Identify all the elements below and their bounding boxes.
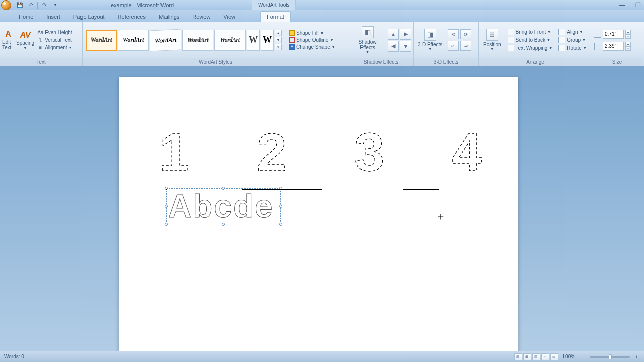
group-text: A Edit Text AV Spacing ▼ Aa Even Height … <box>0 22 83 66</box>
height-icon <box>594 31 601 38</box>
shape-outline-button[interactable]: Shape Outline ▼ <box>288 37 337 43</box>
zoom-out[interactable]: − <box>579 354 585 360</box>
group-label-arrange: Arrange <box>479 58 592 66</box>
tab-page-layout[interactable]: Page Layout <box>67 11 111 22</box>
office-button[interactable] <box>1 0 11 10</box>
zoom-in[interactable]: + <box>634 354 640 360</box>
edit-text-icon: A <box>5 30 11 39</box>
width-spin-up[interactable]: ▲ <box>625 42 631 46</box>
group-wordart-styles: WordArt WordArt WordArt WordArt WordArt … <box>83 22 349 66</box>
minimize-button[interactable]: — <box>619 2 625 9</box>
shadow-nudge-left[interactable]: ◀ <box>388 41 399 52</box>
contextual-tab-group: WordArt Tools <box>252 0 296 10</box>
position-button[interactable]: ⊞ Position ▼ <box>481 28 503 52</box>
gallery-scroll-down[interactable]: ▼ <box>275 37 282 43</box>
bring-to-front-button[interactable]: Bring to Front ▼ <box>506 28 554 36</box>
shape-outline-label: Shape Outline <box>296 37 328 43</box>
shape-fill-icon <box>289 30 295 36</box>
maximize-button[interactable]: ❐ <box>635 2 641 9</box>
height-spin-up[interactable]: ▲ <box>625 30 631 34</box>
shape-fill-button[interactable]: Shape Fill ▼ <box>288 30 337 36</box>
width-input[interactable] <box>603 42 624 51</box>
even-height-toggle[interactable]: Aa Even Height <box>36 29 73 36</box>
shadow-nudge-right[interactable]: ▶ <box>400 29 411 40</box>
zoom-slider[interactable] <box>590 356 630 358</box>
tab-references[interactable]: References <box>111 11 152 22</box>
3d-tilt-right[interactable]: ⟳ <box>460 29 471 39</box>
text-wrapping-button[interactable]: Text Wrapping ▼ <box>506 44 554 52</box>
width-spin-down[interactable]: ▼ <box>625 46 631 51</box>
3d-tilt-up[interactable]: ⟲ <box>448 29 459 39</box>
window-title: example - Microsoft Word <box>111 2 174 8</box>
gallery-more[interactable]: ▾ <box>275 44 282 50</box>
group-label-wordart-styles: WordArt Styles <box>83 58 349 66</box>
send-to-back-button[interactable]: Send to Back ▼ <box>506 36 554 44</box>
width-icon <box>594 43 601 50</box>
gallery-scroll-up[interactable]: ▲ <box>275 30 282 36</box>
group-icon <box>558 37 565 43</box>
tab-format[interactable]: Format <box>260 11 291 22</box>
ribbon-tabs: Home Insert Page Layout References Maili… <box>0 10 644 22</box>
change-shape-button[interactable]: A Change Shape ▼ <box>288 44 337 50</box>
spacing-label: Spacing <box>16 40 34 46</box>
tab-home[interactable]: Home <box>12 11 40 22</box>
3d-tilt-down[interactable]: ⤻ <box>460 41 471 51</box>
wordart-style-2[interactable]: WordArt <box>118 30 149 51</box>
group-label-size: Size <box>592 58 642 66</box>
zoom-level[interactable]: 100% <box>562 354 576 359</box>
even-height-label: Even Height <box>45 30 72 35</box>
wordart-style-3[interactable]: WordArt <box>150 29 181 51</box>
group-button[interactable]: Group ▼ <box>557 36 588 44</box>
group-shadow-effects: ◧ Shadow Effects ▼ ▲ ▶ ◀ ▼ Shadow Effect… <box>349 22 414 66</box>
wordart-style-1[interactable]: WordArt <box>86 30 117 51</box>
view-web-layout[interactable]: ▥ <box>532 353 540 360</box>
align-icon <box>558 29 565 35</box>
wordart-numbers[interactable]: 1 2 3 4 5 <box>159 116 521 186</box>
align-button[interactable]: Align ▼ <box>557 28 588 36</box>
tab-view[interactable]: View <box>217 11 242 22</box>
tab-mailings[interactable]: Mailings <box>152 11 186 22</box>
redo-icon[interactable]: ↷ <box>40 1 49 9</box>
shadow-nudge-down[interactable]: ▼ <box>400 41 411 52</box>
qat-customize-icon[interactable]: ▼ <box>51 1 60 9</box>
document-area: 1 2 3 4 5 Abcde ＋ <box>0 66 644 351</box>
height-input[interactable] <box>603 30 624 39</box>
view-draft[interactable]: ▭ <box>550 353 558 360</box>
spacing-button[interactable]: AV Spacing ▼ <box>16 31 34 50</box>
3d-tilt-left[interactable]: ⤺ <box>448 41 459 51</box>
wordart-style-gallery: WordArt WordArt WordArt WordArt WordArt … <box>85 30 283 51</box>
rotate-icon <box>558 45 565 51</box>
page[interactable]: 1 2 3 4 5 Abcde ＋ <box>119 77 518 351</box>
shadow-effects-button[interactable]: ◧ Shadow Effects ▼ <box>351 25 384 55</box>
view-print-layout[interactable]: ▤ <box>514 353 522 360</box>
undo-icon[interactable]: ↶ <box>26 1 35 9</box>
wordart-style-4[interactable]: WordArt <box>182 30 213 51</box>
group-3d-effects: ◨ 3-D Effects ▼ ⟲ ⟳ ⤺ ⤻ 3-D Effects <box>414 22 479 66</box>
change-shape-label: Change Shape <box>296 44 330 50</box>
view-full-screen[interactable]: ▦ <box>523 353 531 360</box>
edit-text-button[interactable]: A Edit Text <box>2 30 14 50</box>
bring-front-icon <box>508 29 514 35</box>
edit-text-label: Edit Text <box>2 39 14 50</box>
title-bar: 💾 ↶ ↷ ▼ example - Microsoft Word WordArt… <box>0 0 644 10</box>
vertical-text-toggle[interactable]: ⤵ Vertical Text <box>36 37 73 43</box>
word-count[interactable]: Words: 0 <box>0 354 28 359</box>
text-wrapping-icon <box>508 45 514 51</box>
alignment-button[interactable]: ≡ Alignment ▼ <box>36 44 73 51</box>
wordart-style-6[interactable]: W <box>247 30 260 51</box>
rotate-button[interactable]: Rotate ▼ <box>557 44 588 52</box>
3d-effects-label: 3-D Effects <box>418 42 442 47</box>
tab-review[interactable]: Review <box>186 11 217 22</box>
group-label-3d: 3-D Effects <box>414 58 478 66</box>
shadow-nudge-up[interactable]: ▲ <box>388 29 399 40</box>
shape-outline-icon <box>289 37 295 43</box>
height-spin-down[interactable]: ▼ <box>625 34 631 39</box>
wordart-style-7[interactable]: W <box>261 30 274 51</box>
tab-insert[interactable]: Insert <box>40 11 67 22</box>
wordart-style-5[interactable]: WordArt <box>214 30 246 51</box>
3d-effects-button[interactable]: ◨ 3-D Effects ▼ <box>416 28 444 52</box>
save-icon[interactable]: 💾 <box>15 1 24 9</box>
shadow-effects-label: Shadow Effects <box>353 39 382 50</box>
view-outline[interactable]: ≡ <box>541 353 549 360</box>
send-back-label: Send to Back <box>516 37 545 43</box>
